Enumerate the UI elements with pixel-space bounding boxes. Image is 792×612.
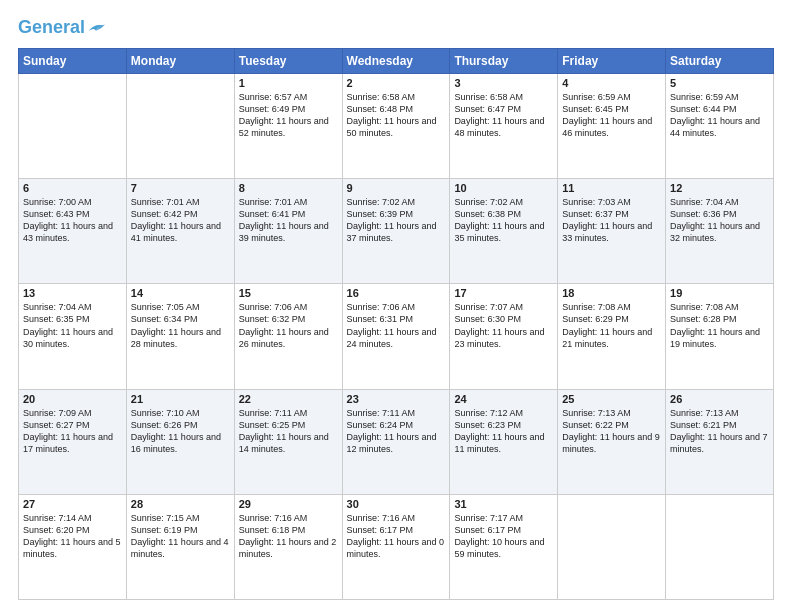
calendar-cell: 11Sunrise: 7:03 AM Sunset: 6:37 PM Dayli…: [558, 179, 666, 284]
cell-content: Sunrise: 6:58 AM Sunset: 6:48 PM Dayligh…: [347, 91, 446, 140]
calendar-cell: 22Sunrise: 7:11 AM Sunset: 6:25 PM Dayli…: [234, 389, 342, 494]
cell-content: Sunrise: 7:11 AM Sunset: 6:25 PM Dayligh…: [239, 407, 338, 456]
calendar-cell: 31Sunrise: 7:17 AM Sunset: 6:17 PM Dayli…: [450, 494, 558, 599]
page: General SundayMondayTuesdayWednesdayThur…: [0, 0, 792, 612]
cell-content: Sunrise: 6:58 AM Sunset: 6:47 PM Dayligh…: [454, 91, 553, 140]
calendar-week-5: 27Sunrise: 7:14 AM Sunset: 6:20 PM Dayli…: [19, 494, 774, 599]
cell-content: Sunrise: 7:01 AM Sunset: 6:41 PM Dayligh…: [239, 196, 338, 245]
cell-content: Sunrise: 7:16 AM Sunset: 6:17 PM Dayligh…: [347, 512, 446, 561]
cell-content: Sunrise: 7:04 AM Sunset: 6:36 PM Dayligh…: [670, 196, 769, 245]
cell-content: Sunrise: 7:05 AM Sunset: 6:34 PM Dayligh…: [131, 301, 230, 350]
day-number: 18: [562, 287, 661, 299]
day-header-monday: Monday: [126, 48, 234, 73]
calendar-cell: 15Sunrise: 7:06 AM Sunset: 6:32 PM Dayli…: [234, 284, 342, 389]
day-number: 31: [454, 498, 553, 510]
day-header-tuesday: Tuesday: [234, 48, 342, 73]
day-number: 7: [131, 182, 230, 194]
day-number: 3: [454, 77, 553, 89]
calendar-table: SundayMondayTuesdayWednesdayThursdayFrid…: [18, 48, 774, 600]
calendar-cell: 18Sunrise: 7:08 AM Sunset: 6:29 PM Dayli…: [558, 284, 666, 389]
day-number: 26: [670, 393, 769, 405]
calendar-cell: [666, 494, 774, 599]
day-number: 24: [454, 393, 553, 405]
day-number: 1: [239, 77, 338, 89]
cell-content: Sunrise: 7:15 AM Sunset: 6:19 PM Dayligh…: [131, 512, 230, 561]
cell-content: Sunrise: 7:17 AM Sunset: 6:17 PM Dayligh…: [454, 512, 553, 561]
calendar-cell: 14Sunrise: 7:05 AM Sunset: 6:34 PM Dayli…: [126, 284, 234, 389]
calendar-cell: 25Sunrise: 7:13 AM Sunset: 6:22 PM Dayli…: [558, 389, 666, 494]
cell-content: Sunrise: 6:59 AM Sunset: 6:44 PM Dayligh…: [670, 91, 769, 140]
day-number: 21: [131, 393, 230, 405]
day-header-sunday: Sunday: [19, 48, 127, 73]
calendar-cell: 4Sunrise: 6:59 AM Sunset: 6:45 PM Daylig…: [558, 73, 666, 178]
cell-content: Sunrise: 7:03 AM Sunset: 6:37 PM Dayligh…: [562, 196, 661, 245]
logo-bird-icon: [87, 21, 105, 35]
day-number: 8: [239, 182, 338, 194]
cell-content: Sunrise: 7:06 AM Sunset: 6:31 PM Dayligh…: [347, 301, 446, 350]
calendar-cell: 23Sunrise: 7:11 AM Sunset: 6:24 PM Dayli…: [342, 389, 450, 494]
calendar-week-3: 13Sunrise: 7:04 AM Sunset: 6:35 PM Dayli…: [19, 284, 774, 389]
calendar-week-4: 20Sunrise: 7:09 AM Sunset: 6:27 PM Dayli…: [19, 389, 774, 494]
header: General: [18, 18, 774, 38]
cell-content: Sunrise: 6:57 AM Sunset: 6:49 PM Dayligh…: [239, 91, 338, 140]
cell-content: Sunrise: 6:59 AM Sunset: 6:45 PM Dayligh…: [562, 91, 661, 140]
day-number: 2: [347, 77, 446, 89]
day-number: 27: [23, 498, 122, 510]
calendar-cell: 28Sunrise: 7:15 AM Sunset: 6:19 PM Dayli…: [126, 494, 234, 599]
calendar-cell: 5Sunrise: 6:59 AM Sunset: 6:44 PM Daylig…: [666, 73, 774, 178]
day-number: 15: [239, 287, 338, 299]
calendar-week-2: 6Sunrise: 7:00 AM Sunset: 6:43 PM Daylig…: [19, 179, 774, 284]
logo-general: General: [18, 17, 85, 37]
calendar-cell: [558, 494, 666, 599]
calendar-cell: 3Sunrise: 6:58 AM Sunset: 6:47 PM Daylig…: [450, 73, 558, 178]
cell-content: Sunrise: 7:02 AM Sunset: 6:39 PM Dayligh…: [347, 196, 446, 245]
calendar-cell: 9Sunrise: 7:02 AM Sunset: 6:39 PM Daylig…: [342, 179, 450, 284]
day-number: 13: [23, 287, 122, 299]
day-number: 14: [131, 287, 230, 299]
calendar-cell: [19, 73, 127, 178]
calendar-cell: 29Sunrise: 7:16 AM Sunset: 6:18 PM Dayli…: [234, 494, 342, 599]
calendar-header-row: SundayMondayTuesdayWednesdayThursdayFrid…: [19, 48, 774, 73]
calendar-cell: 26Sunrise: 7:13 AM Sunset: 6:21 PM Dayli…: [666, 389, 774, 494]
day-number: 20: [23, 393, 122, 405]
day-number: 29: [239, 498, 338, 510]
day-number: 4: [562, 77, 661, 89]
day-header-wednesday: Wednesday: [342, 48, 450, 73]
cell-content: Sunrise: 7:04 AM Sunset: 6:35 PM Dayligh…: [23, 301, 122, 350]
calendar-cell: 10Sunrise: 7:02 AM Sunset: 6:38 PM Dayli…: [450, 179, 558, 284]
day-number: 19: [670, 287, 769, 299]
day-number: 16: [347, 287, 446, 299]
day-number: 30: [347, 498, 446, 510]
calendar-cell: 17Sunrise: 7:07 AM Sunset: 6:30 PM Dayli…: [450, 284, 558, 389]
cell-content: Sunrise: 7:06 AM Sunset: 6:32 PM Dayligh…: [239, 301, 338, 350]
logo: General: [18, 18, 105, 38]
cell-content: Sunrise: 7:13 AM Sunset: 6:21 PM Dayligh…: [670, 407, 769, 456]
day-number: 11: [562, 182, 661, 194]
day-number: 17: [454, 287, 553, 299]
calendar-cell: 2Sunrise: 6:58 AM Sunset: 6:48 PM Daylig…: [342, 73, 450, 178]
calendar-cell: 30Sunrise: 7:16 AM Sunset: 6:17 PM Dayli…: [342, 494, 450, 599]
calendar-cell: 27Sunrise: 7:14 AM Sunset: 6:20 PM Dayli…: [19, 494, 127, 599]
cell-content: Sunrise: 7:10 AM Sunset: 6:26 PM Dayligh…: [131, 407, 230, 456]
cell-content: Sunrise: 7:01 AM Sunset: 6:42 PM Dayligh…: [131, 196, 230, 245]
day-number: 5: [670, 77, 769, 89]
cell-content: Sunrise: 7:11 AM Sunset: 6:24 PM Dayligh…: [347, 407, 446, 456]
cell-content: Sunrise: 7:02 AM Sunset: 6:38 PM Dayligh…: [454, 196, 553, 245]
calendar-cell: 1Sunrise: 6:57 AM Sunset: 6:49 PM Daylig…: [234, 73, 342, 178]
day-header-thursday: Thursday: [450, 48, 558, 73]
calendar-cell: 6Sunrise: 7:00 AM Sunset: 6:43 PM Daylig…: [19, 179, 127, 284]
calendar-cell: 12Sunrise: 7:04 AM Sunset: 6:36 PM Dayli…: [666, 179, 774, 284]
calendar-cell: [126, 73, 234, 178]
logo-text: General: [18, 18, 85, 38]
calendar-cell: 20Sunrise: 7:09 AM Sunset: 6:27 PM Dayli…: [19, 389, 127, 494]
day-header-saturday: Saturday: [666, 48, 774, 73]
day-number: 12: [670, 182, 769, 194]
cell-content: Sunrise: 7:16 AM Sunset: 6:18 PM Dayligh…: [239, 512, 338, 561]
cell-content: Sunrise: 7:14 AM Sunset: 6:20 PM Dayligh…: [23, 512, 122, 561]
day-number: 6: [23, 182, 122, 194]
day-number: 10: [454, 182, 553, 194]
calendar-cell: 13Sunrise: 7:04 AM Sunset: 6:35 PM Dayli…: [19, 284, 127, 389]
cell-content: Sunrise: 7:13 AM Sunset: 6:22 PM Dayligh…: [562, 407, 661, 456]
day-number: 22: [239, 393, 338, 405]
cell-content: Sunrise: 7:08 AM Sunset: 6:29 PM Dayligh…: [562, 301, 661, 350]
